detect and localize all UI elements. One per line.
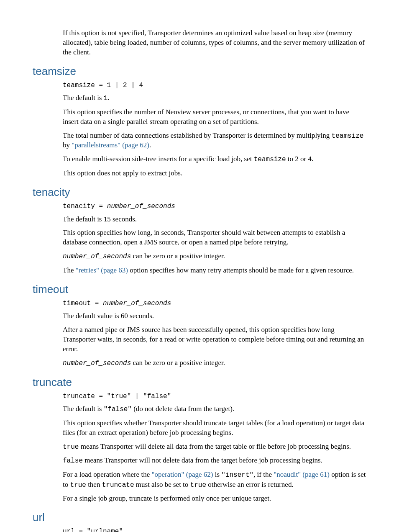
text: For a load operation where the: [63, 470, 151, 478]
truncate-desc: This option specifies whether Transporte…: [63, 419, 366, 438]
teamsize-total: The total number of data connections est…: [63, 131, 366, 151]
code-italic: number_of_seconds: [107, 203, 175, 210]
text: is: [213, 470, 221, 478]
text: otherwise an error is returned.: [206, 481, 294, 488]
code-literal: truncate: [102, 481, 134, 489]
timeout-default: The default value is 60 seconds.: [63, 311, 366, 321]
teamsize-default: The default is 1.: [63, 93, 366, 103]
text: must also be set to: [134, 481, 190, 488]
text: to 2 or 4.: [286, 155, 314, 163]
text: can be zero or a positive integer.: [131, 252, 225, 260]
code-literal: false: [63, 457, 83, 465]
truncate-false: false means Transporter will not delete …: [63, 456, 366, 466]
timeout-desc: After a named pipe or JMS source has bee…: [63, 325, 366, 354]
link-noaudit[interactable]: "noaudit" (page 61): [274, 470, 330, 478]
heading-tenacity: tenacity: [33, 186, 366, 199]
tenacity-retries: The "retries" (page 63) option specifies…: [63, 266, 366, 275]
text: The default is: [63, 405, 104, 413]
intro-paragraph: If this option is not specified, Transpo…: [63, 28, 366, 57]
code-literal: teamsize: [254, 156, 286, 163]
code-text: tenacity =: [63, 203, 107, 210]
text: .: [149, 141, 151, 149]
code-italic: number_of_seconds: [103, 300, 171, 307]
heading-truncate: truncate: [33, 376, 366, 389]
code-literal: "false": [104, 406, 132, 413]
text: means Transporter will delete all data f…: [79, 442, 351, 450]
intro-block: If this option is not specified, Transpo…: [63, 28, 366, 57]
syntax-timeout: timeout = number_of_seconds: [63, 299, 366, 308]
text: (do not delete data from the target).: [132, 405, 234, 413]
truncate-single: For a single job group, truncate is perf…: [63, 494, 366, 504]
section-tenacity: tenacity = number_of_seconds The default…: [63, 202, 366, 275]
code-italic: number_of_seconds: [63, 360, 131, 367]
syntax-url: url = "urlname": [63, 527, 366, 532]
link-operation[interactable]: "operation" (page 62): [151, 470, 213, 478]
text: , if the: [253, 470, 274, 478]
syntax-tenacity: tenacity = number_of_seconds: [63, 202, 366, 211]
heading-timeout: timeout: [33, 283, 366, 296]
section-url: url = "urlname" This option specifies an…: [63, 527, 366, 532]
teamsize-multi: To enable multi-session side-tree insert…: [63, 154, 366, 164]
timeout-range: number_of_seconds can be zero or a posit…: [63, 358, 366, 368]
text: The default is: [63, 94, 104, 102]
truncate-default: The default is "false" (do not delete da…: [63, 404, 366, 414]
truncate-load: For a load operation where the "operatio…: [63, 470, 366, 490]
text: by: [63, 141, 72, 149]
teamsize-noextract: This option does not apply to extract jo…: [63, 169, 366, 178]
text: To enable multi-session side-tree insert…: [63, 155, 254, 163]
code-literal: true: [190, 481, 206, 489]
syntax-truncate: truncate = "true" | "false": [63, 392, 366, 401]
code-literal: "insert": [221, 471, 253, 479]
text: option specifies how many retry attempts…: [128, 266, 354, 274]
text: means Transporter will not delete data f…: [83, 456, 322, 464]
section-truncate: truncate = "true" | "false" The default …: [63, 392, 366, 504]
teamsize-desc: This option specifies the number of Neov…: [63, 108, 366, 127]
document-page: If this option is not specified, Transpo…: [0, 0, 399, 532]
truncate-true: true means Transporter will delete all d…: [63, 442, 366, 452]
heading-url: url: [33, 511, 366, 524]
link-retries[interactable]: "retries" (page 63): [76, 266, 128, 274]
section-timeout: timeout = number_of_seconds The default …: [63, 299, 366, 368]
code-italic: number_of_seconds: [63, 253, 131, 260]
code-literal: 1: [104, 95, 108, 102]
text: then: [86, 481, 102, 488]
text: The: [63, 266, 76, 274]
link-parallelstreams[interactable]: "parallelstreams" (page 62): [72, 141, 149, 149]
code-literal: true: [63, 443, 79, 451]
tenacity-range: number_of_seconds can be zero or a posit…: [63, 252, 366, 262]
tenacity-desc: This option specifies how long, in secon…: [63, 228, 366, 247]
code-text: timeout =: [63, 300, 103, 307]
code-literal: true: [70, 481, 86, 489]
section-teamsize: teamsize = 1 | 2 | 4 The default is 1. T…: [63, 81, 366, 178]
text: The total number of data connections est…: [63, 131, 332, 139]
syntax-teamsize: teamsize = 1 | 2 | 4: [63, 81, 366, 90]
heading-teamsize: teamsize: [33, 65, 366, 78]
tenacity-default: The default is 15 seconds.: [63, 215, 366, 224]
text: .: [107, 94, 109, 102]
code-literal: teamsize: [332, 132, 364, 140]
text: can be zero or a positive integer.: [131, 359, 225, 367]
